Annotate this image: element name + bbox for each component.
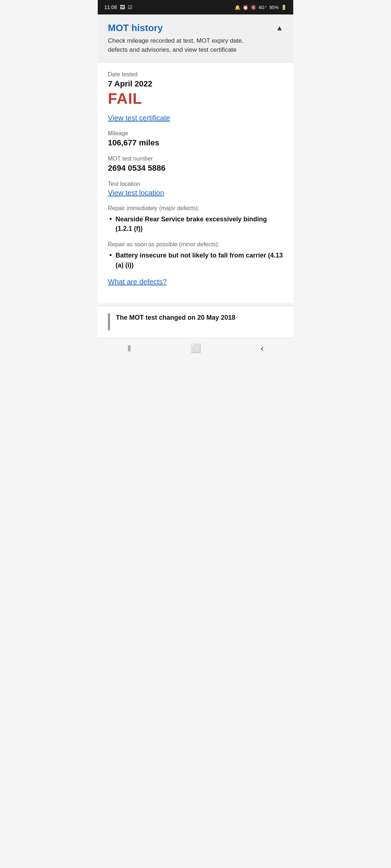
- alarm-icon: ⏰: [243, 5, 248, 10]
- mot-number-section: MOT test number 2694 0534 5886: [108, 156, 283, 173]
- bullet-icon-minor: •: [109, 251, 112, 259]
- check-icon: ☑: [128, 4, 133, 10]
- mot-number-value: 2694 0534 5886: [108, 163, 283, 173]
- minor-defect-text: Battery insecure but not likely to fall …: [115, 251, 283, 269]
- major-defects-label: Repair immediately (major defects):: [108, 205, 283, 212]
- nav-menu-icon[interactable]: ⦀: [127, 343, 131, 353]
- mot-header-text: MOT history Check mileage recorded at te…: [108, 22, 260, 54]
- nav-home-icon[interactable]: ⬜: [190, 343, 201, 353]
- status-right: 🔔 ⏰ 🔇 4G⁺ 95% 🔋: [235, 5, 287, 10]
- bottom-note: The MOT test changed on 20 May 2018: [98, 306, 293, 338]
- minor-defect-item: • Battery insecure but not likely to fal…: [108, 251, 283, 269]
- minor-defects-section: Repair as soon as possible (minor defect…: [108, 241, 283, 269]
- bullet-icon: •: [109, 215, 112, 223]
- view-test-location-link[interactable]: View test location: [108, 189, 164, 197]
- battery-icon: 🔋: [281, 5, 287, 10]
- major-defect-text: Nearside Rear Service brake excessively …: [115, 214, 283, 233]
- bottom-note-text: The MOT test changed on 20 May 2018: [116, 313, 235, 322]
- what-are-defects-section: What are defects?: [108, 278, 283, 286]
- time-display: 11:08: [104, 4, 117, 10]
- major-defect-item: • Nearside Rear Service brake excessivel…: [108, 214, 283, 233]
- major-defects-section: Repair immediately (major defects): • Ne…: [108, 205, 283, 233]
- bell-icon: 🔔: [235, 5, 240, 10]
- what-are-defects-link[interactable]: What are defects?: [108, 278, 167, 286]
- mot-subtitle: Check mileage recorded at test, MOT expi…: [108, 37, 260, 54]
- test-location-section: Test location View test location: [108, 181, 283, 197]
- signal-icon: 4G⁺: [258, 5, 267, 10]
- status-left: 11:08 🖼 ☑: [104, 4, 133, 10]
- left-bar-decoration: [108, 313, 110, 331]
- mileage-label: Mileage: [108, 130, 283, 137]
- result-badge: FAIL: [108, 90, 283, 107]
- mileage-value: 106,677 miles: [108, 138, 283, 148]
- mot-header-card: MOT history Check mileage recorded at te…: [98, 14, 293, 63]
- nav-back-icon[interactable]: ‹: [261, 343, 264, 353]
- mute-icon: 🔇: [251, 5, 256, 10]
- chevron-up-icon[interactable]: ▲: [276, 22, 283, 32]
- battery-display: 95%: [269, 5, 279, 10]
- main-content: Date tested 7 April 2022 FAIL View test …: [98, 63, 293, 302]
- status-bar: 11:08 🖼 ☑ 🔔 ⏰ 🔇 4G⁺ 95% 🔋: [98, 0, 293, 14]
- mot-number-label: MOT test number: [108, 156, 283, 162]
- mileage-section: Mileage 106,677 miles: [108, 130, 283, 148]
- photo-icon: 🖼: [120, 4, 125, 10]
- date-result-section: Date tested 7 April 2022 FAIL View test …: [108, 71, 283, 122]
- date-value: 7 April 2022: [108, 79, 283, 89]
- minor-defects-label: Repair as soon as possible (minor defect…: [108, 241, 283, 248]
- test-location-label: Test location: [108, 181, 283, 187]
- date-label: Date tested: [108, 71, 283, 78]
- nav-bar: ⦀ ⬜ ‹: [98, 338, 293, 358]
- view-certificate-link[interactable]: View test certificate: [108, 114, 170, 122]
- mot-title: MOT history: [108, 22, 260, 34]
